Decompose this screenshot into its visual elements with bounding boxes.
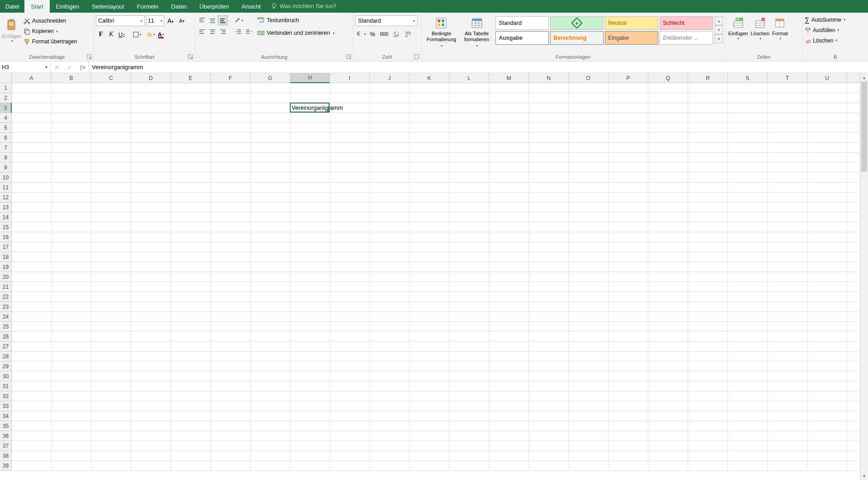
row-header-33[interactable]: 33	[0, 401, 12, 411]
align-middle-button[interactable]	[208, 15, 217, 25]
row-header-9[interactable]: 9	[0, 163, 12, 173]
row-header-27[interactable]: 27	[0, 342, 12, 352]
style-gut[interactable]: +	[550, 16, 604, 30]
column-header-S[interactable]: S	[728, 73, 768, 83]
row-header-11[interactable]: 11	[0, 183, 12, 192]
shrink-font-button[interactable]: A▾	[177, 16, 187, 26]
gallery-down-button[interactable]: ▾	[715, 25, 723, 34]
row-header-23[interactable]: 23	[0, 302, 12, 312]
scroll-thumb[interactable]	[861, 81, 867, 172]
cells-format-button[interactable]: Format▾	[771, 15, 789, 41]
row-header-3[interactable]: 3	[0, 103, 12, 113]
row-header-6[interactable]: 6	[0, 133, 12, 143]
row-header-34[interactable]: 34	[0, 411, 12, 421]
cut-button[interactable]: Ausschneiden	[22, 16, 79, 25]
cells-area[interactable]: Vereinorganigramm	[12, 83, 868, 471]
row-header-2[interactable]: 2	[0, 93, 12, 103]
column-header-D[interactable]: D	[131, 73, 171, 83]
gallery-up-button[interactable]: ▴	[715, 16, 723, 25]
fx-button[interactable]: ƒx	[76, 64, 89, 70]
number-format-combo[interactable]: Standard ▾	[355, 15, 418, 26]
tab-daten[interactable]: Daten	[165, 0, 193, 13]
row-header-26[interactable]: 26	[0, 332, 12, 342]
row-header-16[interactable]: 16	[0, 232, 12, 242]
column-header-F[interactable]: F	[211, 73, 250, 83]
row-header-17[interactable]: 17	[0, 242, 12, 252]
column-header-C[interactable]: C	[91, 73, 131, 83]
row-header-18[interactable]: 18	[0, 252, 12, 262]
row-header-5[interactable]: 5	[0, 123, 12, 133]
row-header-30[interactable]: 30	[0, 371, 12, 381]
style-erklaerender[interactable]: Erklärender ...	[660, 31, 713, 45]
column-header-N[interactable]: N	[529, 73, 569, 83]
row-header-24[interactable]: 24	[0, 312, 12, 322]
column-header-G[interactable]: G	[250, 73, 290, 83]
column-header-T[interactable]: T	[768, 73, 807, 83]
column-header-K[interactable]: K	[410, 73, 449, 83]
row-header-39[interactable]: 39	[0, 461, 12, 471]
align-center-button[interactable]	[208, 27, 217, 37]
column-header-A[interactable]: A	[12, 73, 52, 83]
scroll-up-button[interactable]: ▴	[860, 73, 868, 81]
tab-formeln[interactable]: Formeln	[131, 0, 165, 13]
tab-einfuegen[interactable]: Einfügen	[50, 0, 85, 13]
row-header-38[interactable]: 38	[0, 451, 12, 461]
dialog-launcher-alignment[interactable]	[346, 54, 352, 60]
row-header-31[interactable]: 31	[0, 381, 12, 391]
row-header-37[interactable]: 37	[0, 441, 12, 451]
row-header-25[interactable]: 25	[0, 322, 12, 332]
select-all-corner[interactable]	[0, 73, 12, 83]
merge-center-button[interactable]: Verbinden und zentrieren ▾	[257, 28, 335, 38]
tell-me[interactable]: Was möchten Sie tun?	[267, 0, 336, 13]
row-header-20[interactable]: 20	[0, 272, 12, 282]
format-painter-button[interactable]: Format übertragen	[22, 37, 79, 46]
formula-enter-button[interactable]: ✓	[63, 64, 76, 71]
fill-color-button[interactable]: ▾	[146, 29, 156, 40]
column-header-E[interactable]: E	[171, 73, 211, 83]
column-header-Q[interactable]: Q	[648, 73, 688, 83]
column-header-R[interactable]: R	[688, 73, 728, 83]
decrease-decimal-button[interactable]: ,00,0	[402, 28, 413, 39]
clear-button[interactable]: Löschen ▾	[805, 36, 837, 45]
row-header-4[interactable]: 4	[0, 113, 12, 123]
row-header-21[interactable]: 21	[0, 282, 12, 292]
style-eingabe[interactable]: Eingabe	[605, 31, 658, 45]
row-header-14[interactable]: 14	[0, 212, 12, 222]
style-berechnung[interactable]: Berechnung	[550, 31, 604, 45]
wrap-text-button[interactable]: Textumbruch	[257, 15, 335, 25]
row-header-1[interactable]: 1	[0, 83, 12, 93]
align-left-button[interactable]	[197, 27, 207, 37]
row-header-29[interactable]: 29	[0, 361, 12, 371]
paste-button[interactable]: Einfügen ▾	[2, 15, 22, 43]
fill-button[interactable]: Ausfüllen ▾	[805, 25, 839, 35]
row-header-28[interactable]: 28	[0, 352, 12, 361]
align-bottom-button[interactable]	[218, 15, 228, 25]
column-header-O[interactable]: O	[569, 73, 609, 83]
formula-cancel-button[interactable]: ✕	[51, 64, 63, 71]
tab-ansicht[interactable]: Ansicht	[235, 0, 267, 13]
dialog-launcher-clipboard[interactable]	[87, 54, 92, 60]
align-top-button[interactable]	[197, 15, 207, 25]
row-header-32[interactable]: 32	[0, 391, 12, 401]
column-header-B[interactable]: B	[52, 73, 91, 83]
underline-button[interactable]: U▾	[117, 29, 127, 40]
column-header-P[interactable]: P	[609, 73, 648, 83]
accounting-format-button[interactable]: €▾	[355, 28, 366, 39]
increase-decimal-button[interactable]: ,0,00	[391, 28, 401, 39]
style-ausgabe[interactable]: Ausgabe	[495, 31, 549, 45]
column-header-M[interactable]: M	[489, 73, 529, 83]
border-button[interactable]: ▾	[132, 29, 142, 40]
row-header-12[interactable]: 12	[0, 192, 12, 202]
conditional-formatting-button[interactable]: Bedingte Formatierung ▾	[423, 15, 460, 49]
cells-insert-button[interactable]: + Einfügen▾	[727, 15, 749, 41]
decrease-indent-button[interactable]	[233, 27, 243, 37]
formula-input[interactable]: Vereinorganigramm	[89, 61, 868, 73]
column-header-I[interactable]: I	[330, 73, 370, 83]
comma-button[interactable]: 000	[379, 28, 390, 39]
row-header-19[interactable]: 19	[0, 262, 12, 272]
dialog-launcher-font[interactable]	[188, 54, 193, 60]
row-header-8[interactable]: 8	[0, 153, 12, 163]
style-standard[interactable]: Standard	[495, 16, 549, 30]
style-schlecht[interactable]: Schlecht	[660, 16, 713, 30]
font-color-button[interactable]: A▾	[156, 29, 166, 40]
